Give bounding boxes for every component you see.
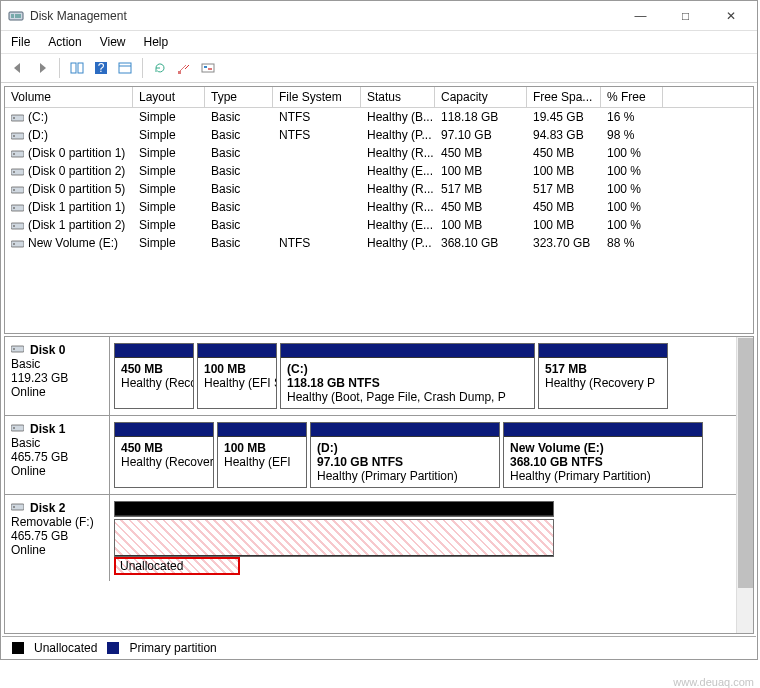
disk-header[interactable]: Disk 1Basic465.75 GBOnline — [5, 416, 110, 494]
help-button[interactable]: ? — [90, 57, 112, 79]
cell-status: Healthy (P... — [361, 127, 435, 143]
cell-fs — [273, 181, 361, 197]
disk-header[interactable]: Disk 2Removable (F:)465.75 GBOnline — [5, 495, 110, 581]
disk-title: Disk 2 — [30, 501, 65, 515]
cell-free: 19.45 GB — [527, 109, 601, 125]
unallocated-label[interactable]: Unallocated — [114, 557, 240, 575]
disk-map: Disk 0Basic119.23 GBOnline450 MBHealthy … — [5, 337, 736, 633]
svg-point-16 — [13, 135, 15, 137]
table-row[interactable]: (Disk 0 partition 2)SimpleBasicHealthy (… — [5, 162, 753, 180]
svg-rect-1 — [11, 14, 14, 18]
table-row[interactable]: (C:)SimpleBasicNTFSHealthy (B...118.18 G… — [5, 108, 753, 126]
table-row[interactable]: (Disk 1 partition 2)SimpleBasicHealthy (… — [5, 216, 753, 234]
partition[interactable]: New Volume (E:)368.10 GB NTFSHealthy (Pr… — [503, 422, 703, 488]
table-row[interactable]: (Disk 0 partition 5)SimpleBasicHealthy (… — [5, 180, 753, 198]
cell-layout: Simple — [133, 145, 205, 161]
disk-type: Basic — [11, 436, 103, 450]
table-row[interactable]: (Disk 0 partition 1)SimpleBasicHealthy (… — [5, 144, 753, 162]
forward-button[interactable] — [31, 57, 53, 79]
disk-type: Basic — [11, 357, 103, 371]
volume-table-header: Volume Layout Type File System Status Ca… — [5, 87, 753, 108]
refresh-button[interactable] — [149, 57, 171, 79]
back-button[interactable] — [7, 57, 29, 79]
title-bar[interactable]: Disk Management — □ ✕ — [1, 1, 757, 31]
svg-rect-29 — [11, 346, 24, 352]
disk-icon — [11, 343, 24, 357]
close-button[interactable]: ✕ — [708, 2, 753, 30]
disk-header[interactable]: Disk 0Basic119.23 GBOnline — [5, 337, 110, 415]
toolbar: ? — [1, 53, 757, 83]
properties-button[interactable] — [173, 57, 195, 79]
cell-percent: 88 % — [601, 235, 663, 251]
partition-size: 100 MB — [224, 441, 300, 455]
svg-point-30 — [13, 348, 15, 350]
partition[interactable]: 517 MBHealthy (Recovery P — [538, 343, 668, 409]
svg-rect-27 — [11, 241, 24, 247]
col-status[interactable]: Status — [361, 87, 435, 107]
svg-rect-2 — [15, 14, 21, 18]
disk-status: Online — [11, 464, 103, 478]
cell-status: Healthy (R... — [361, 181, 435, 197]
svg-rect-7 — [119, 63, 131, 73]
cell-percent: 100 % — [601, 181, 663, 197]
table-row[interactable]: (D:)SimpleBasicNTFSHealthy (P...97.10 GB… — [5, 126, 753, 144]
partition[interactable]: 100 MBHealthy (EFI — [217, 422, 307, 488]
volume-name: (D:) — [28, 128, 48, 142]
disk-title: Disk 1 — [30, 422, 65, 436]
menu-view[interactable]: View — [100, 35, 126, 49]
volume-name: (Disk 0 partition 1) — [28, 146, 125, 160]
partition-bar — [115, 423, 213, 437]
col-volume[interactable]: Volume — [5, 87, 133, 107]
menu-action[interactable]: Action — [48, 35, 81, 49]
show-hide-action-button[interactable] — [114, 57, 136, 79]
partition[interactable]: 450 MBHealthy (Recovery — [114, 422, 214, 488]
col-percent[interactable]: % Free — [601, 87, 663, 107]
col-type[interactable]: Type — [205, 87, 273, 107]
partition-size: 368.10 GB NTFS — [510, 455, 696, 469]
app-window: Disk Management — □ ✕ File Action View H… — [0, 0, 758, 660]
disk2-hatch[interactable] — [114, 519, 554, 557]
cell-free: 100 MB — [527, 163, 601, 179]
partition-status: Healthy (Recovery — [121, 455, 207, 469]
partition-bar — [539, 344, 667, 358]
table-row[interactable]: (Disk 1 partition 1)SimpleBasicHealthy (… — [5, 198, 753, 216]
col-layout[interactable]: Layout — [133, 87, 205, 107]
menu-help[interactable]: Help — [144, 35, 169, 49]
app-icon — [8, 8, 24, 24]
volume-icon — [11, 422, 24, 432]
disk-status: Online — [11, 385, 103, 399]
partition[interactable]: (C:)118.18 GB NTFSHealthy (Boot, Page Fi… — [280, 343, 535, 409]
volume-icon — [11, 202, 24, 212]
settings-button[interactable] — [197, 57, 219, 79]
col-free[interactable]: Free Spa... — [527, 87, 601, 107]
disk-type: Removable (F:) — [11, 515, 103, 529]
partition[interactable]: 450 MBHealthy (Recovery P — [114, 343, 194, 409]
volume-icon — [11, 238, 24, 248]
menu-file[interactable]: File — [11, 35, 30, 49]
cell-layout: Simple — [133, 235, 205, 251]
cell-fs — [273, 163, 361, 179]
cell-percent: 100 % — [601, 163, 663, 179]
partition[interactable]: 100 MBHealthy (EFI S — [197, 343, 277, 409]
partition[interactable]: (D:)97.10 GB NTFSHealthy (Primary Partit… — [310, 422, 500, 488]
maximize-button[interactable]: □ — [663, 2, 708, 30]
svg-point-20 — [13, 171, 15, 173]
minimize-button[interactable]: — — [618, 2, 663, 30]
scrollbar-thumb[interactable] — [738, 338, 753, 588]
partition-status: Healthy (Recovery P — [545, 376, 661, 390]
volume-name: (C:) — [28, 110, 48, 124]
svg-rect-33 — [11, 504, 24, 510]
cell-capacity: 100 MB — [435, 217, 527, 233]
legend-unallocated-label: Unallocated — [34, 641, 97, 655]
show-hide-console-button[interactable] — [66, 57, 88, 79]
col-capacity[interactable]: Capacity — [435, 87, 527, 107]
svg-rect-11 — [204, 66, 207, 68]
disk-title: Disk 0 — [30, 343, 65, 357]
svg-text:?: ? — [98, 61, 105, 75]
vertical-scrollbar[interactable] — [736, 337, 753, 633]
disk2-black[interactable] — [114, 501, 554, 517]
cell-percent: 100 % — [601, 199, 663, 215]
col-filesystem[interactable]: File System — [273, 87, 361, 107]
cell-free: 323.70 GB — [527, 235, 601, 251]
table-row[interactable]: New Volume (E:)SimpleBasicNTFSHealthy (P… — [5, 234, 753, 252]
